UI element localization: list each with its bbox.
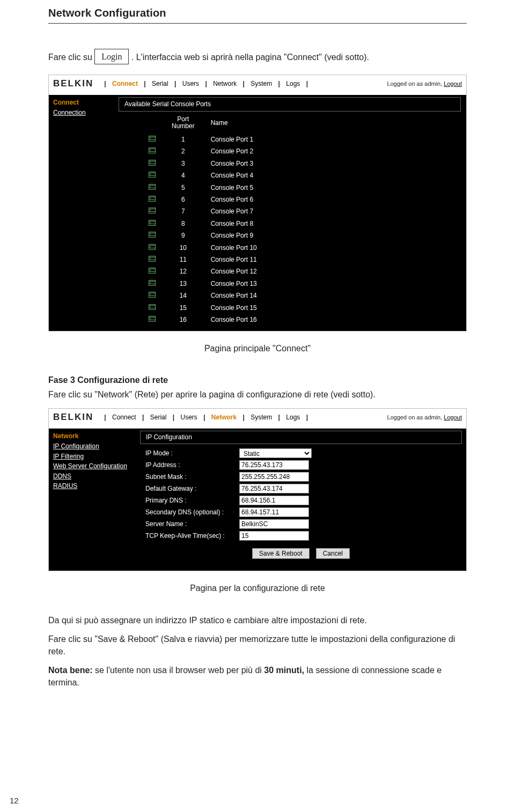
tab-system[interactable]: System	[248, 79, 274, 88]
input-srvname[interactable]	[239, 519, 309, 529]
port-number: 2	[164, 146, 202, 157]
input-gateway[interactable]	[239, 484, 309, 493]
port-name[interactable]: Console Port 13	[203, 278, 264, 289]
terminal-icon[interactable]	[149, 220, 156, 226]
save-reboot-button[interactable]: Save & Reboot	[252, 548, 310, 559]
terminal-icon[interactable]	[149, 172, 156, 178]
intro-post: . L'interfaccia web si aprirà nella pagi…	[131, 53, 369, 62]
table-row: 10Console Port 10	[141, 242, 264, 253]
tab2-users[interactable]: Users	[178, 413, 199, 422]
port-number: 10	[164, 242, 202, 253]
port-name[interactable]: Console Port 9	[203, 231, 264, 241]
port-name[interactable]: Console Port 11	[203, 255, 264, 265]
table-row: 2Console Port 2	[141, 146, 264, 157]
lbl-srvname: Server Name :	[145, 520, 239, 529]
notabene-label: Nota bene:	[48, 666, 93, 675]
terminal-icon[interactable]	[149, 184, 156, 190]
lbl-pdns: Primary DNS :	[145, 496, 239, 505]
tab-bar-2: | Connect | Serial | Users | Network | S…	[102, 413, 310, 422]
terminal-icon[interactable]	[149, 196, 156, 202]
tab-connect[interactable]: Connect	[110, 79, 140, 88]
tab-serial[interactable]: Serial	[150, 79, 171, 88]
input-ipaddr[interactable]	[239, 460, 309, 470]
content-area-connect: Connect Connection Available Serial Cons…	[49, 95, 466, 331]
terminal-icon[interactable]	[149, 280, 156, 286]
input-sdns[interactable]	[239, 507, 309, 517]
port-name[interactable]: Console Port 8	[203, 218, 264, 229]
tab-users[interactable]: Users	[180, 79, 201, 88]
terminal-icon[interactable]	[149, 208, 156, 213]
terminal-icon[interactable]	[149, 160, 156, 166]
port-name[interactable]: Console Port 5	[203, 182, 264, 193]
terminal-icon[interactable]	[149, 268, 156, 274]
topbar: BELKIN | Connect | Serial | Users | Netw…	[49, 75, 466, 95]
port-name[interactable]: Console Port 10	[203, 242, 264, 253]
terminal-icon[interactable]	[149, 147, 156, 153]
input-subnet[interactable]	[239, 472, 309, 482]
after-p3: Nota bene: se l'utente non usa il browse…	[48, 664, 467, 689]
table-row: 3Console Port 3	[141, 158, 264, 169]
port-name[interactable]: Console Port 7	[203, 206, 264, 217]
lbl-sdns: Secondary DNS (optional) :	[145, 508, 239, 517]
input-keepalive[interactable]	[239, 531, 309, 541]
port-number: 1	[164, 135, 202, 145]
logout-link-2[interactable]: Logout	[444, 414, 462, 420]
brand-logo: BELKIN	[53, 77, 93, 91]
tab2-system[interactable]: System	[248, 413, 274, 422]
table-row: 13Console Port 13	[141, 278, 264, 289]
table-row: 14Console Port 14	[141, 291, 264, 301]
tab2-connect[interactable]: Connect	[110, 413, 138, 422]
logout-link[interactable]: Logout	[444, 80, 462, 87]
screenshot-connect: BELKIN | Connect | Serial | Users | Netw…	[48, 75, 467, 331]
sidebar-item-connection[interactable]: Connection	[53, 108, 114, 117]
table-row: 12Console Port 12	[141, 267, 264, 277]
terminal-icon[interactable]	[149, 136, 156, 142]
port-number: 16	[164, 314, 202, 325]
table-row: 8Console Port 8	[141, 218, 264, 229]
tab-logs[interactable]: Logs	[284, 79, 302, 88]
port-name[interactable]: Console Port 2	[203, 146, 264, 157]
after-p1: Da qui si può assegnare un indirizzo IP …	[48, 614, 467, 626]
side-ipconfig[interactable]: IP Configuration	[53, 442, 136, 451]
side-ddns[interactable]: DDNS	[53, 472, 136, 481]
ports-table: PortNumber Name 1Console Port 12Console …	[140, 114, 266, 327]
port-name[interactable]: Console Port 6	[203, 195, 264, 205]
input-ipmode[interactable]: Static	[239, 448, 312, 458]
terminal-icon[interactable]	[149, 232, 156, 238]
logged-text: Logged on as admin,	[387, 80, 444, 87]
port-name[interactable]: Console Port 4	[203, 171, 264, 181]
cancel-button[interactable]: Cancel	[316, 548, 350, 559]
table-row: 16Console Port 16	[141, 314, 264, 325]
side-webserver[interactable]: Web Server Configuration	[53, 462, 136, 471]
port-number: 3	[164, 158, 202, 169]
port-name[interactable]: Console Port 15	[203, 302, 264, 313]
port-number: 5	[164, 182, 202, 193]
side-radius[interactable]: RADIUS	[53, 482, 136, 491]
port-number: 13	[164, 278, 202, 289]
terminal-icon[interactable]	[149, 304, 156, 310]
port-name[interactable]: Console Port 16	[203, 314, 264, 325]
tab2-network[interactable]: Network	[209, 413, 239, 422]
terminal-icon[interactable]	[149, 244, 156, 250]
port-name[interactable]: Console Port 14	[203, 291, 264, 301]
table-row: 15Console Port 15	[141, 302, 264, 313]
port-name[interactable]: Console Port 1	[203, 135, 264, 145]
terminal-icon[interactable]	[149, 292, 156, 298]
port-name[interactable]: Console Port 12	[203, 267, 264, 277]
input-pdns[interactable]	[239, 496, 309, 505]
tab2-logs[interactable]: Logs	[284, 413, 302, 422]
content-area-network: Network IP Configuration IP Filtering We…	[49, 429, 466, 571]
terminal-icon[interactable]	[149, 256, 156, 262]
tab-network[interactable]: Network	[211, 79, 239, 88]
login-button-sample: Login	[94, 49, 129, 64]
port-number: 15	[164, 302, 202, 313]
p3-bold: 30 minuti,	[264, 666, 304, 675]
side-ipfilter[interactable]: IP Filtering	[53, 452, 136, 461]
login-status: Logged on as admin, Logout	[387, 80, 462, 88]
ipcfg-panel: IP Configuration IP Mode : Static IP Add…	[140, 429, 466, 571]
terminal-icon[interactable]	[149, 316, 156, 322]
port-number: 6	[164, 195, 202, 205]
tab2-serial[interactable]: Serial	[148, 413, 169, 422]
port-name[interactable]: Console Port 3	[203, 158, 264, 169]
bottom-text: Da qui si può assegnare un indirizzo IP …	[48, 614, 467, 689]
